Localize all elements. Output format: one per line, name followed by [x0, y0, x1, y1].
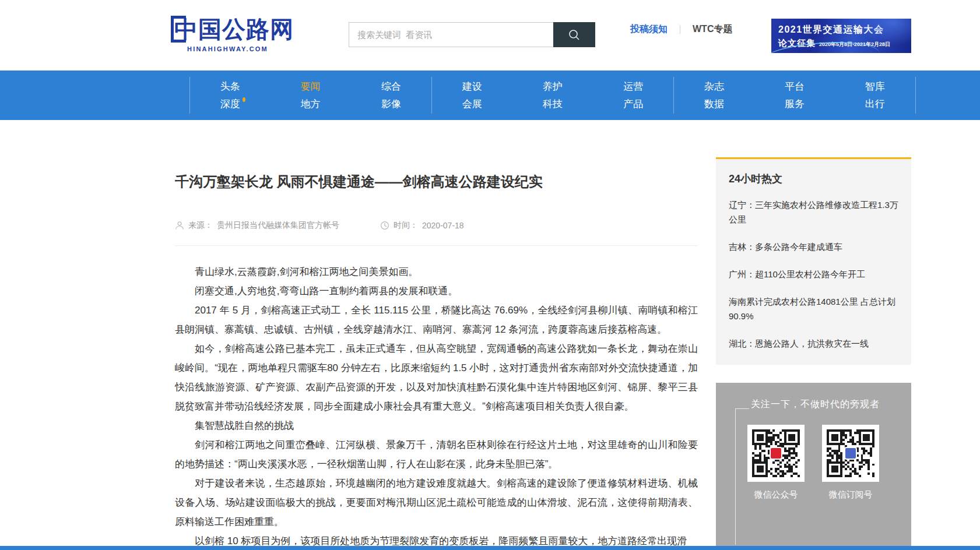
site-header: 中国公路网 HINAHIGHWAY.COM 投稿须知 WTC专题 2021世界交…: [0, 0, 980, 70]
main-nav: 头条 深度 要闻 地方 综合 影像 建设 会展 养护 科技 运营 产品: [0, 70, 980, 120]
nav-item-technology[interactable]: 科技: [543, 99, 563, 109]
links-divider: [680, 25, 680, 34]
red-wechat-logo-icon: [770, 447, 782, 460]
article-paragraph: 对于建设者来说，生态越原始，环境越幽闭的地方建设难度就越大。剑榕高速的建设除了便…: [175, 474, 698, 531]
time-label: 时间：: [394, 220, 418, 231]
article-paragraph: 闭塞交通,人穷地贫,弯弯山路一直制约着两县的发展和联通。: [175, 281, 698, 301]
nav-col-4: 建设 会展: [431, 77, 512, 114]
wechat-follow-panel: 关注一下，不做时代的旁观者 微信公众号 微信订阅号: [716, 383, 911, 550]
article-time: 时间：2020-07-18: [380, 220, 464, 231]
nav-item-thinktank[interactable]: 智库: [865, 82, 885, 91]
nav-item-news[interactable]: 要闻: [301, 82, 321, 91]
source-value: 贵州日报当代融媒体集团官方帐号: [217, 220, 339, 231]
qr-label: 微信公众号: [747, 489, 805, 500]
nav-item-data[interactable]: 数据: [704, 99, 724, 109]
nav-item-indepth[interactable]: 深度: [220, 99, 240, 109]
nav-col-7: 杂志 数据: [673, 77, 754, 114]
source-label: 来源：: [188, 220, 213, 231]
banner-dates: 2020年5月8日-2021年2月28日: [819, 41, 890, 48]
article-paragraph: 集智慧战胜自然的挑战: [175, 416, 698, 435]
nav-col-2: 要闻 地方: [270, 77, 350, 114]
article-paragraph: 如今，剑榕高速公路已基本完工，虽未正式通车，但从高空眺望，宽阔通畅的高速公路犹如…: [175, 339, 698, 416]
nav-item-expo[interactable]: 会展: [462, 99, 482, 109]
nav-item-headlines[interactable]: 头条: [220, 82, 240, 91]
article-body: 青山绿水,云蒸霞蔚,剑河和榕江两地之间美景如画。 闭塞交通,人穷地贫,弯弯山路一…: [175, 262, 698, 550]
site-logo[interactable]: 中国公路网 HINAHIGHWAY.COM: [171, 15, 294, 52]
main-content: 千沟万壑架长龙 风雨不惧建通途——剑榕高速公路建设纪实 来源：贵州日报当代融媒体…: [175, 120, 911, 550]
nav-item-general[interactable]: 综合: [381, 82, 401, 91]
nav-item-travel[interactable]: 出行: [865, 99, 885, 109]
search-input[interactable]: [349, 22, 553, 47]
nav-item-products[interactable]: 产品: [623, 99, 643, 109]
search-button[interactable]: [553, 22, 595, 47]
hot-article-link[interactable]: 辽宁：三年实施农村公路维修改造工程1.3万公里: [729, 198, 898, 227]
corner-line-decoration: [735, 408, 736, 545]
nav-item-services[interactable]: 服务: [785, 99, 805, 109]
hot-article-link[interactable]: 湖北：恩施公路人，抗洪救灾在一线: [729, 336, 898, 351]
banner-title: 2021世界交通运输大会: [778, 24, 905, 36]
logo-subtitle: HINAHIGHWAY.COM: [187, 45, 294, 52]
article-title: 千沟万壑架长龙 风雨不惧建通途——剑榕高速公路建设纪实: [175, 172, 698, 191]
article-paragraph: 2017 年 5 月，剑榕高速正式动工，全长 115.115 公里，桥隧比高达 …: [175, 301, 698, 339]
nav-col-9: 智库 出行: [835, 77, 915, 114]
link-submission-notice[interactable]: 投稿须知: [630, 23, 668, 36]
hot-article-link[interactable]: 海南累计完成农村公路14081公里 占总计划90.9%: [729, 294, 898, 323]
nav-item-indepth-label: 深度: [220, 98, 240, 110]
time-value: 2020-07-18: [422, 221, 464, 230]
nav-col-5: 养护 科技: [512, 77, 593, 114]
banner-subtitle: 论文征集: [778, 38, 816, 49]
page: 中国公路网 HINAHIGHWAY.COM 投稿须知 WTC专题 2021世界交…: [0, 0, 980, 550]
footer-strip: [0, 546, 980, 550]
wechat-subscription-account: 微信订阅号: [822, 425, 879, 500]
link-wtc-special[interactable]: WTC专题: [693, 23, 732, 36]
sidebar: 24小时热文 辽宁：三年实施农村公路维修改造工程1.3万公里 吉林：多条公路今年…: [716, 120, 911, 550]
hot-article-link[interactable]: 广州：超110公里农村公路今年开工: [729, 267, 898, 281]
header-links: 投稿须知 WTC专题: [630, 23, 732, 36]
banner-ad[interactable]: 2021世界交通运输大会 论文征集 2020年5月8日-2021年2月28日: [771, 19, 911, 53]
nav-item-construction[interactable]: 建设: [462, 82, 482, 91]
wechat-public-account: 微信公众号: [747, 425, 805, 500]
clock-icon: [380, 221, 389, 230]
magnifier-icon: [568, 29, 581, 41]
article-paragraph: 青山绿水,云蒸霞蔚,剑河和榕江两地之间美景如画。: [175, 262, 698, 281]
nav-item-regions[interactable]: 地方: [301, 99, 321, 109]
hot-articles-panel: 24小时热文 辽宁：三年实施农村公路维修改造工程1.3万公里 吉林：多条公路今年…: [716, 157, 911, 365]
nav-item-magazine[interactable]: 杂志: [704, 82, 724, 91]
search-bar: [349, 22, 595, 47]
article-paragraph: 剑河和榕江两地之间重峦叠嶂、江河纵横、景象万千，清朝名臣林则徐在行经这片土地，对…: [175, 435, 698, 474]
hot-article-link[interactable]: 吉林：多条公路今年建成通车: [729, 239, 898, 254]
nav-item-maintenance[interactable]: 养护: [543, 82, 563, 91]
blue-wechat-logo-icon: [844, 447, 857, 460]
nav-col-1: 头条 深度: [189, 77, 270, 114]
hot-articles-title: 24小时热文: [729, 172, 898, 186]
qr-label: 微信订阅号: [822, 489, 879, 500]
qr-row: 微信公众号 微信订阅号: [747, 425, 911, 500]
wechat-public-qr-code: [747, 425, 805, 482]
person-icon: [175, 221, 184, 230]
nav-item-platform[interactable]: 平台: [785, 82, 805, 91]
hot-articles-list: 辽宁：三年实施农村公路维修改造工程1.3万公里 吉林：多条公路今年建成通车 广州…: [729, 198, 898, 351]
nav-item-operations[interactable]: 运营: [623, 82, 643, 91]
new-dot-icon: [243, 97, 245, 102]
nav-col-8: 平台 服务: [754, 77, 835, 114]
logo-title: 中国公路网: [174, 15, 294, 43]
wechat-subscription-qr-code: [822, 425, 879, 482]
nav-col-6: 运营 产品: [593, 77, 673, 114]
article-meta: 来源：贵州日报当代融媒体集团官方帐号 时间：2020-07-18: [175, 220, 698, 246]
follow-title: 关注一下，不做时代的旁观者: [751, 399, 911, 411]
nav-col-3: 综合 影像: [351, 77, 431, 114]
article: 千沟万壑架长龙 风雨不惧建通途——剑榕高速公路建设纪实 来源：贵州日报当代融媒体…: [175, 120, 698, 550]
article-source: 来源：贵州日报当代融媒体集团官方帐号: [175, 220, 339, 231]
nav-item-media[interactable]: 影像: [381, 99, 401, 109]
